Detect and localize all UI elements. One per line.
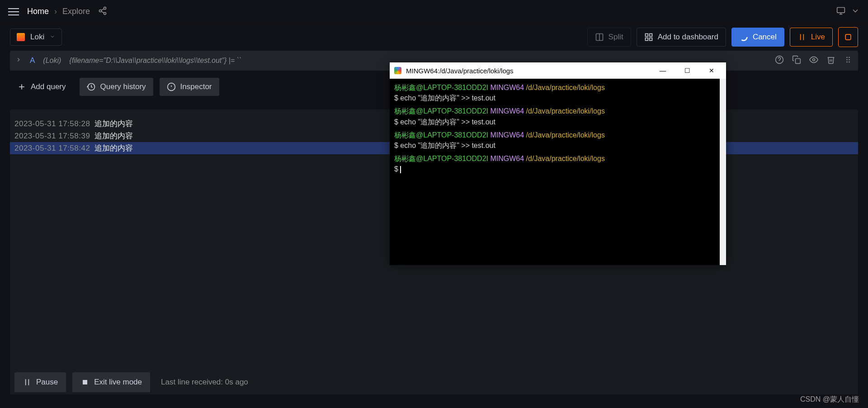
term-prompt: $ [394, 164, 715, 174]
top-right [836, 6, 860, 17]
split-label: Split [609, 33, 623, 42]
query-datasource: (Loki) [43, 57, 61, 65]
terminal-app-icon [394, 67, 401, 74]
term-user: 杨彬鑫@LAPTOP-381ODD2I [394, 155, 488, 162]
svg-point-21 [813, 59, 815, 61]
live-bottom-bar: Pause Exit live mode Last line received:… [10, 370, 858, 394]
query-history-button[interactable]: Query history [80, 78, 153, 96]
lastline-text: Last line received: 0s ago [161, 378, 248, 387]
query-actions [775, 55, 853, 66]
log-timestamp: 2023-05-31 17:58:28 [14, 119, 90, 128]
term-command: $ echo "追加的内容" >> test.out [394, 140, 715, 151]
add-query-label: Add query [31, 82, 66, 91]
term-env: MINGW64 [490, 107, 524, 115]
log-timestamp: 2023-05-31 17:58:39 [14, 132, 90, 141]
breadcrumb-explore[interactable]: Explore [62, 7, 90, 16]
exit-live-button[interactable]: Exit live mode [72, 372, 150, 392]
caret-down-icon [50, 34, 55, 41]
term-user: 杨彬鑫@LAPTOP-381ODD2I [394, 107, 488, 115]
term-path: /d/Java/practice/loki/logs [526, 84, 605, 91]
term-path: /d/Java/practice/loki/logs [526, 131, 605, 139]
add-to-dashboard-button[interactable]: Add to dashboard [637, 28, 726, 47]
term-user: 杨彬鑫@LAPTOP-381ODD2I [394, 131, 488, 139]
exit-label: Exit live mode [94, 378, 142, 387]
top-nav: Home › Explore [0, 0, 868, 24]
live-label: Live [811, 33, 825, 42]
hamburger-icon[interactable] [8, 6, 19, 17]
svg-rect-10 [645, 34, 648, 37]
toolbar: Loki Split Add to dashboard Cancel Live [0, 24, 868, 51]
help-icon[interactable] [775, 55, 784, 66]
svg-rect-12 [649, 38, 652, 41]
term-command: $ echo "追加的内容" >> test.out [394, 93, 715, 103]
cancel-label: Cancel [753, 33, 777, 42]
log-message: 追加的内容 [94, 131, 133, 141]
term-env: MINGW64 [490, 84, 524, 91]
minimize-button[interactable]: — [653, 67, 673, 74]
split-button: Split [587, 28, 631, 47]
term-env: MINGW64 [490, 131, 524, 139]
svg-rect-5 [837, 7, 845, 13]
loki-logo-icon [17, 33, 25, 41]
svg-point-25 [849, 59, 850, 61]
svg-point-23 [849, 57, 850, 58]
breadcrumb: Home › Explore [27, 7, 90, 16]
svg-rect-20 [796, 59, 801, 64]
cancel-button[interactable]: Cancel [731, 28, 784, 47]
log-message: 追加的内容 [94, 119, 133, 129]
terminal-body[interactable]: 杨彬鑫@LAPTOP-381ODD2I MINGW64 /d/Java/prac… [390, 79, 726, 265]
inspector-button[interactable]: Inspector [160, 78, 219, 96]
term-path: /d/Java/practice/loki/logs [526, 155, 605, 162]
maximize-button[interactable]: ☐ [677, 67, 697, 74]
terminal-window: MINGW64:/d/Java/practice/loki/logs — ☐ ✕… [390, 62, 726, 265]
drag-handle-icon[interactable] [844, 55, 853, 66]
monitor-icon[interactable] [836, 6, 845, 17]
svg-point-22 [846, 57, 848, 58]
breadcrumb-sep: › [54, 7, 57, 16]
svg-point-1 [99, 9, 102, 12]
svg-point-27 [849, 62, 850, 63]
copy-icon[interactable] [792, 55, 801, 66]
term-path: /d/Java/practice/loki/logs [526, 107, 605, 115]
terminal-titlebar[interactable]: MINGW64:/d/Java/practice/loki/logs — ☐ ✕ [390, 62, 726, 79]
svg-line-4 [101, 9, 104, 10]
datasource-picker[interactable]: Loki [10, 28, 62, 46]
terminal-title: MINGW64:/d/Java/practice/loki/logs [406, 67, 648, 75]
caret-down-icon[interactable] [851, 6, 860, 17]
term-user: 杨彬鑫@LAPTOP-381ODD2I [394, 84, 488, 91]
toolbar-right: Split Add to dashboard Cancel Live [587, 27, 858, 47]
add-query-button[interactable]: Add query [10, 78, 73, 96]
svg-rect-11 [649, 34, 652, 37]
svg-point-24 [846, 59, 848, 61]
history-label: Query history [100, 82, 146, 91]
trash-icon[interactable] [826, 55, 835, 66]
svg-line-3 [101, 11, 104, 13]
term-command: $ echo "追加的内容" >> test.out [394, 117, 715, 127]
svg-rect-13 [645, 38, 648, 41]
svg-point-2 [104, 12, 106, 14]
chevron-right-icon[interactable] [15, 57, 22, 65]
svg-point-0 [104, 7, 106, 9]
live-stop-button[interactable] [838, 27, 858, 47]
eye-icon[interactable] [809, 55, 818, 66]
watermark: CSDN @蒙人自懂 [800, 395, 859, 404]
live-button[interactable]: Live [790, 28, 833, 47]
svg-point-26 [846, 62, 848, 63]
datasource-name: Loki [30, 33, 44, 42]
svg-point-14 [740, 34, 747, 41]
svg-rect-35 [83, 380, 87, 384]
log-message: 追加的内容 [94, 143, 133, 153]
term-env: MINGW64 [490, 155, 524, 162]
log-timestamp: 2023-05-31 17:58:42 [14, 144, 90, 153]
svg-rect-17 [845, 34, 851, 40]
add-dashboard-label: Add to dashboard [658, 33, 718, 42]
close-button[interactable]: ✕ [702, 67, 722, 74]
query-id: A [30, 56, 35, 65]
pause-label: Pause [36, 378, 58, 387]
share-icon[interactable] [98, 6, 107, 17]
pause-button[interactable]: Pause [14, 372, 66, 392]
breadcrumb-home[interactable]: Home [27, 7, 49, 16]
inspector-label: Inspector [180, 82, 212, 91]
